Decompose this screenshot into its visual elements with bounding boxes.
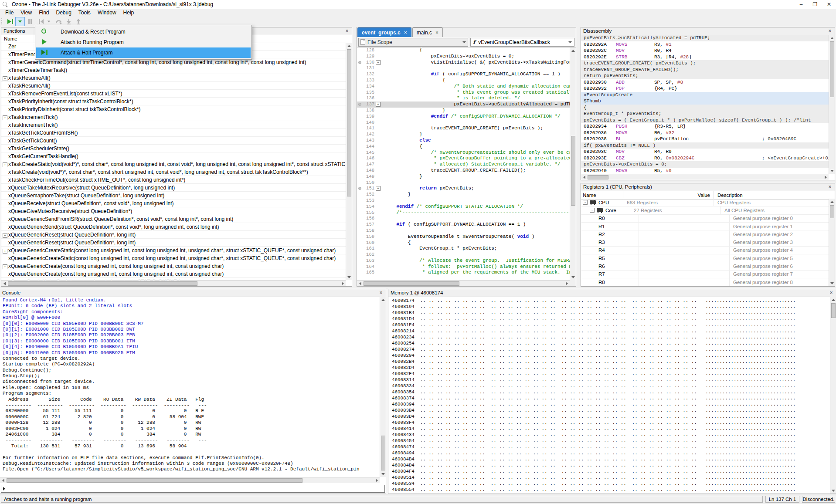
code-line[interactable]: 161 EventGroup_t * pxEventBits; bbox=[357, 246, 570, 252]
memory-row[interactable]: 460082B4 .. .. .. .. .. .. .. .. .. .. .… bbox=[392, 359, 830, 365]
register-row[interactable]: R5General purpose register 5 bbox=[581, 254, 829, 262]
code-line[interactable]: 163 /* Allocate the event group. Justifi… bbox=[357, 258, 570, 264]
register-row[interactable]: R1General purpose register 1 bbox=[581, 223, 829, 230]
disassembly-horizontal-scrollbar[interactable] bbox=[581, 174, 829, 180]
code-line[interactable]: 128 { bbox=[357, 47, 570, 54]
memory-row[interactable]: 46008354 .. .. .. .. .. .. .. .. .. .. .… bbox=[392, 389, 830, 395]
disassembly-instruction[interactable]: 0820292AMOVSR3, #1 bbox=[581, 41, 829, 48]
memory-row[interactable]: 46008474 .. .. .. .. .. .. .. .. .. .. .… bbox=[392, 444, 830, 450]
function-item[interactable]: xQueueGenericSendFromISR(struct QueueDef… bbox=[1, 215, 346, 223]
code-line[interactable]: 165 * aligned per the requirements of th… bbox=[357, 270, 570, 276]
menu-help[interactable]: Help bbox=[120, 9, 138, 17]
code-line[interactable]: 134 /* Both static and dynamic allocatio… bbox=[357, 84, 570, 90]
register-row[interactable]: R0General purpose register 0 bbox=[581, 215, 829, 223]
function-item[interactable]: xTaskGetSchedulerState() bbox=[1, 145, 346, 152]
code-line[interactable]: 156 bbox=[357, 216, 570, 222]
register-row[interactable]: R8General purpose register 8 bbox=[581, 278, 829, 286]
function-item[interactable]: xQueueGenericCreateStatic(const long uns… bbox=[1, 254, 346, 262]
code-line[interactable]: 155 /*----------------------------------… bbox=[357, 210, 570, 216]
menu-find[interactable]: Find bbox=[35, 9, 52, 17]
memory-row[interactable]: 46008214 .. .. .. .. .. .. .. .. .. .. .… bbox=[392, 328, 830, 334]
memory-row[interactable]: 46008174 .. .. .. .. .. .. .. .. .. .. .… bbox=[392, 298, 830, 304]
memory-row[interactable]: 460082D4 .. .. .. .. .. .. .. .. .. .. .… bbox=[392, 365, 830, 371]
function-item[interactable]: xQueueSemaphoreTake(struct QueueDefiniti… bbox=[1, 192, 346, 200]
function-item[interactable]: xQueueGiveMutexRecursive(struct QueueDef… bbox=[1, 207, 346, 215]
memory-row[interactable]: 460083D4 .. .. .. .. .. .. .. .. .. .. .… bbox=[392, 413, 830, 419]
register-row[interactable]: -CPU663 RegistersCPU Registers bbox=[581, 199, 829, 206]
memory-row[interactable]: 460082F4 .. .. .. .. .. .. .. .. .. .. .… bbox=[392, 371, 830, 377]
function-item[interactable]: xTaskPriorityDisinherit(const struct tsk… bbox=[1, 105, 346, 113]
close-icon[interactable]: × bbox=[828, 289, 834, 297]
console-log[interactable]: Found Cortex-M4 r0p1, Little endian.FPUn… bbox=[0, 298, 380, 477]
code-line[interactable]: 160 { bbox=[357, 240, 570, 246]
functions-horizontal-scrollbar[interactable] bbox=[1, 280, 346, 286]
registers-vertical-scrollbar[interactable] bbox=[829, 199, 835, 286]
code-line[interactable]: 143 else bbox=[357, 138, 570, 144]
code-line[interactable]: 131 bbox=[357, 65, 570, 71]
memory-row[interactable]: 460084D4 .. .. .. .. .. .. .. .. .. .. .… bbox=[392, 462, 830, 468]
step-out-button[interactable] bbox=[74, 17, 82, 26]
memory-vertical-scrollbar[interactable] bbox=[830, 297, 836, 494]
code-line[interactable]: 162 bbox=[357, 252, 570, 258]
expand-icon[interactable]: + bbox=[3, 249, 7, 254]
step-over-button[interactable] bbox=[54, 17, 63, 26]
memory-row[interactable]: 46008194 .. .. .. .. .. .. .. .. .. .. .… bbox=[392, 304, 830, 310]
register-row[interactable]: R3General purpose register 3 bbox=[581, 238, 829, 246]
attach-dropdown-button[interactable] bbox=[15, 17, 25, 26]
memory-row[interactable]: 46008434 .. .. .. .. .. .. .. .. .. .. .… bbox=[392, 432, 830, 438]
code-line[interactable]: 132 #if ( configSUPPORT_DYNAMIC_ALLOCATI… bbox=[357, 71, 570, 78]
code-line[interactable]: 133 { bbox=[357, 78, 570, 84]
memory-row[interactable]: 46008554 .. .. .. .. .. .. .. .. .. .. .… bbox=[392, 487, 830, 493]
editor-vertical-scrollbar[interactable] bbox=[570, 47, 576, 280]
code-line[interactable]: 158 bbox=[357, 228, 570, 234]
reset-dropdown-button[interactable] bbox=[46, 17, 51, 26]
menu-window[interactable]: Window bbox=[94, 9, 120, 17]
close-icon[interactable]: ✕ bbox=[822, 0, 836, 9]
code-line[interactable]: 130+ vListInitialise( &( pxEventBits->xT… bbox=[357, 60, 570, 66]
disassembly-instruction[interactable]: 08202938BLpvPortMalloc; 0x0820489C bbox=[581, 136, 829, 142]
memory-row[interactable]: 46008254 .. .. .. .. .. .. .. .. .. .. .… bbox=[392, 340, 830, 346]
reset-button[interactable] bbox=[37, 17, 45, 26]
code-line[interactable]: 139 #endif /* configSUPPORT_DYNAMIC_ALLO… bbox=[357, 114, 570, 120]
function-item[interactable]: xQueueGenericReset(struct QueueDefinitio… bbox=[1, 239, 346, 247]
expand-icon[interactable]: + bbox=[376, 186, 381, 191]
memory-row[interactable]: 46008374 .. .. .. .. .. .. .. .. .. .. .… bbox=[392, 395, 830, 401]
memory-row[interactable]: 46008534 .. .. .. .. .. .. .. .. .. .. .… bbox=[392, 480, 830, 487]
step-into-button[interactable] bbox=[64, 17, 73, 26]
memory-row[interactable]: 46008514 .. .. .. .. .. .. .. .. .. .. .… bbox=[392, 474, 830, 480]
code-line[interactable]: 146 * pxEventGroupBuffer pointing to a p… bbox=[357, 156, 570, 162]
code-editor[interactable]: 128 {129 pxEventBits->uxEventBits = 0;13… bbox=[357, 47, 570, 280]
code-line[interactable]: 150 bbox=[357, 180, 570, 186]
pause-button[interactable] bbox=[26, 17, 34, 26]
breakpoint-dot-icon[interactable] bbox=[357, 60, 362, 66]
disassembly-list[interactable]: pxEventBits->ucStaticallyAllocated = pdT… bbox=[581, 35, 829, 174]
memory-row[interactable]: 46008494 .. .. .. .. .. .. .. .. .. .. .… bbox=[392, 450, 830, 456]
function-item[interactable]: xTaskGetTickCount() bbox=[1, 137, 346, 145]
register-row[interactable]: R4General purpose register 4 bbox=[581, 247, 829, 254]
memory-dump[interactable]: 46008174 .. .. .. .. .. .. .. .. .. .. .… bbox=[388, 298, 830, 494]
code-line[interactable]: 157 #if ( configSUPPORT_DYNAMIC_ALLOCATI… bbox=[357, 222, 570, 228]
breakpoint-dot-icon[interactable] bbox=[357, 186, 362, 192]
close-icon[interactable]: × bbox=[827, 27, 833, 35]
menu-item[interactable]: Download & Reset Program bbox=[36, 27, 251, 37]
function-item[interactable]: +xQueueGenericCreateStatic(const long un… bbox=[1, 247, 346, 254]
code-line[interactable]: 151+ return pxEventBits; bbox=[357, 186, 570, 192]
code-line[interactable]: 153 bbox=[357, 198, 570, 204]
code-line[interactable]: 164 * follows: pvPortMalloc() always ens… bbox=[357, 264, 570, 270]
disassembly-instruction[interactable]: 0820293CMOVR4, R0 bbox=[581, 149, 829, 155]
function-item[interactable]: xTaskRemoveFromEventList(const struct xL… bbox=[1, 90, 346, 98]
close-icon[interactable]: × bbox=[404, 30, 407, 36]
code-line[interactable]: 152 } bbox=[357, 192, 570, 198]
function-item[interactable]: +xTaskResumeAll() bbox=[1, 74, 346, 82]
function-item[interactable]: +xTaskCreateStatic(void(void*)*, const c… bbox=[1, 160, 346, 168]
function-item[interactable]: +xQueueGenericCreate(const long unsigned… bbox=[1, 262, 346, 270]
function-item[interactable]: xTaskResumeAll() bbox=[1, 82, 346, 90]
tab-main.c[interactable]: main.c× bbox=[412, 27, 443, 37]
code-line[interactable]: 129 pxEventBits->uxEventBits = 0; bbox=[357, 54, 570, 60]
collapse-icon[interactable]: - bbox=[583, 200, 588, 205]
disassembly-instruction[interactable]: 08202936MOVSR0, #32 bbox=[581, 130, 829, 136]
disassembly-vertical-scrollbar[interactable] bbox=[829, 35, 835, 174]
code-line[interactable]: 138 } bbox=[357, 108, 570, 114]
code-line[interactable]: 147 * allocated) StaticEventGroup_t vari… bbox=[357, 162, 570, 168]
function-item[interactable]: xTaskGetCurrentTaskHandle() bbox=[1, 152, 346, 160]
